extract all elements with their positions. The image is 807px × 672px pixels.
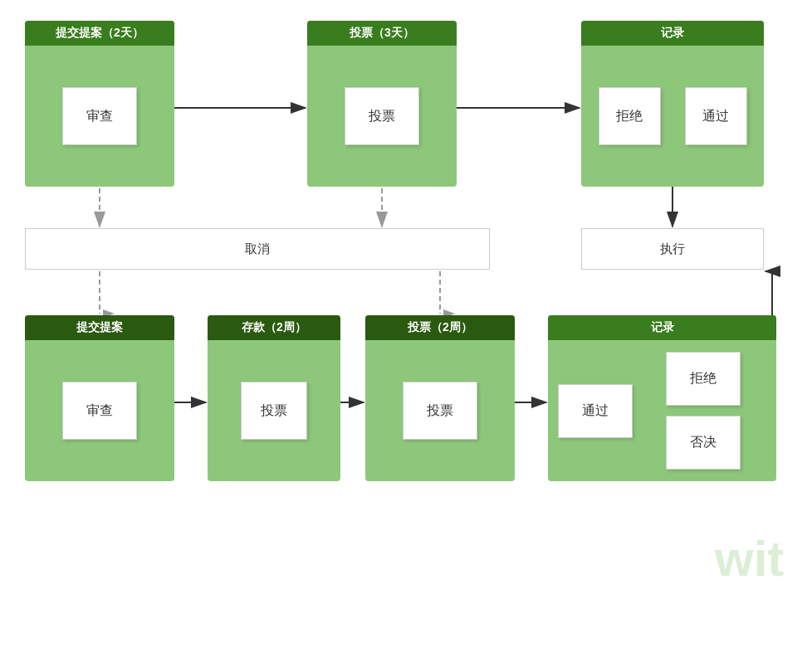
execute-label: 执行: [660, 241, 685, 257]
bottom-card-shenzha-1: 审查: [62, 382, 137, 440]
bottom-card-vote-2: 投票: [241, 382, 307, 440]
bottom-box-1: 提交提案 审查: [25, 315, 174, 481]
top-card-approve-1: 通过: [685, 87, 747, 145]
top-box-3-body: 拒绝 通过: [581, 46, 764, 187]
bottom-card-veto: 否决: [666, 416, 741, 470]
bottom-box-1-header: 提交提案: [25, 315, 174, 340]
cancel-box: 取消: [25, 228, 490, 270]
bottom-box-4: 记录 拒绝 通过 否决: [548, 315, 776, 481]
top-card-vote-1: 投票: [345, 87, 419, 145]
top-card-shenzha-1: 审查: [62, 87, 137, 145]
top-box-1-header: 提交提案（2天）: [25, 21, 174, 46]
wit-label: wit: [715, 530, 784, 587]
top-box-2: 投票（3天） 投票: [307, 21, 457, 187]
top-box-2-header: 投票（3天）: [307, 21, 457, 46]
top-box-1: 提交提案（2天） 审查: [25, 21, 174, 187]
bottom-box-3: 投票（2周） 投票: [365, 315, 515, 481]
top-card-reject-1: 拒绝: [599, 87, 661, 145]
bottom-box-3-body: 投票: [365, 340, 515, 481]
top-box-3-header: 记录: [581, 21, 764, 46]
bottom-box-2-body: 投票: [208, 340, 340, 481]
bottom-card-approve-2: 通过: [558, 384, 633, 438]
bottom-box-2-header: 存款（2周）: [208, 315, 340, 340]
bottom-box-2: 存款（2周） 投票: [208, 315, 340, 481]
top-box-2-body: 投票: [307, 46, 457, 187]
diagram: 提交提案（2天） 审查 投票（3天） 投票 记录 拒绝 通过 取消 执行 提交提…: [0, 0, 807, 672]
bottom-card-reject-2: 拒绝: [666, 352, 741, 406]
bottom-box-4-header: 记录: [548, 315, 776, 340]
bottom-box-4-body: 拒绝 通过 否决: [548, 340, 776, 481]
bottom-box-1-body: 审查: [25, 340, 174, 481]
execute-box: 执行: [581, 228, 764, 270]
bottom-card-vote-3: 投票: [403, 382, 477, 440]
top-box-3: 记录 拒绝 通过: [581, 21, 764, 187]
top-box-1-body: 审查: [25, 46, 174, 187]
cancel-label: 取消: [245, 241, 270, 257]
bottom-box-3-header: 投票（2周）: [365, 315, 515, 340]
